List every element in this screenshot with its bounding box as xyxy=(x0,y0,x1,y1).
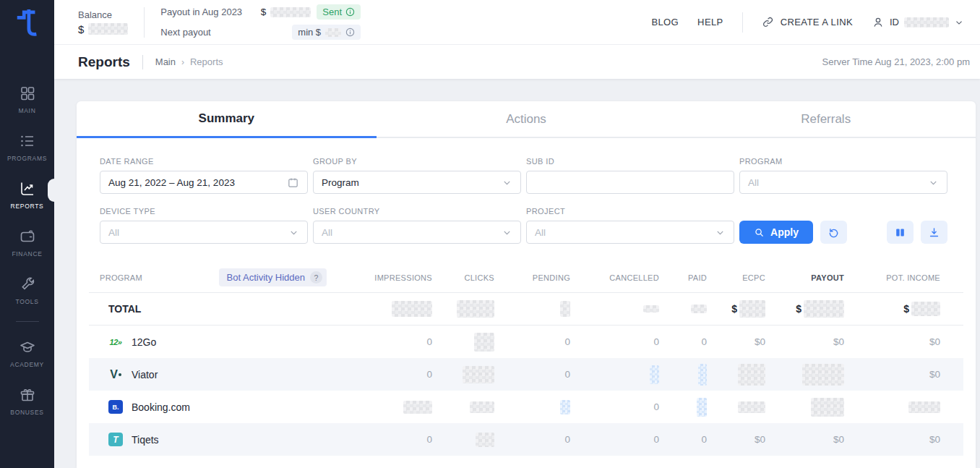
chevron-down-icon xyxy=(502,177,512,188)
chevron-down-icon xyxy=(954,17,964,27)
table-cell: $0 xyxy=(844,336,963,347)
table-cell: 0 xyxy=(570,434,659,445)
table-cell xyxy=(345,301,432,317)
redacted-value xyxy=(457,300,494,318)
sidebar: MAIN PROGRAMS REPORTS FINANCE TOOLS xyxy=(0,0,54,468)
sub-id-input[interactable] xyxy=(526,171,734,194)
create-link-label: CREATE A LINK xyxy=(781,17,853,27)
column-header: ECPC xyxy=(707,273,765,282)
table-row: B.Booking.com0 xyxy=(89,391,963,423)
tiqets-logo-icon: T xyxy=(108,433,123,446)
filters: DATE RANGE Aug 21, 2022 – Aug 21, 2023 G… xyxy=(77,138,976,260)
booking-logo-icon: B. xyxy=(108,400,123,414)
program-name[interactable]: Viator xyxy=(132,369,158,380)
report-table-body: 12»12Go0000$0$0$0VViator00$0B.Booking.co… xyxy=(89,326,963,456)
redacted-value xyxy=(474,333,494,352)
export-download-button[interactable] xyxy=(921,221,947,244)
apply-button[interactable]: Apply xyxy=(739,221,813,244)
redacted-value xyxy=(698,364,707,386)
device-type-select[interactable]: All xyxy=(100,221,308,244)
sidebar-item-finance[interactable]: FINANCE xyxy=(0,218,54,266)
sent-label: Sent xyxy=(322,7,342,17)
download-icon xyxy=(928,226,940,239)
viator-logo-icon: V xyxy=(108,368,123,381)
table-cell xyxy=(432,300,494,318)
date-range-input[interactable]: Aug 21, 2022 – Aug 21, 2023 xyxy=(100,171,308,194)
bot-activity-pill[interactable]: Bot Activity Hidden ? xyxy=(219,268,327,286)
table-cell xyxy=(570,305,659,312)
currency-symbol: $ xyxy=(903,303,909,315)
sidebar-item-label: PROGRAMS xyxy=(7,155,47,162)
sidebar-item-bonuses[interactable]: BONUSES xyxy=(0,377,54,425)
date-range-label: DATE RANGE xyxy=(100,157,308,166)
help-link[interactable]: HELP xyxy=(697,17,723,27)
sidebar-nav: MAIN PROGRAMS REPORTS FINANCE TOOLS xyxy=(0,75,54,425)
user-menu[interactable]: ID xyxy=(872,16,964,29)
wallet-icon xyxy=(19,228,36,245)
grid-icon xyxy=(19,85,36,102)
reset-filters-button[interactable] xyxy=(820,221,847,244)
column-header: POT. INCOME xyxy=(844,273,963,282)
project-field: PROJECT All xyxy=(526,207,734,244)
breadcrumb-main[interactable]: Main xyxy=(155,56,176,67)
program-cell: 12»12Go xyxy=(89,336,345,348)
currency-symbol: $ xyxy=(796,303,801,315)
list-icon xyxy=(19,132,36,150)
table-row: 12»12Go0000$0$0$0 xyxy=(89,326,963,358)
balance-block: Balance $ xyxy=(78,9,128,35)
payout-currency: $ xyxy=(261,7,267,17)
group-by-select[interactable]: Program xyxy=(313,171,521,194)
user-country-select[interactable]: All xyxy=(313,221,521,244)
table-cell xyxy=(432,366,494,383)
device-type-value: All xyxy=(108,227,119,238)
sidebar-item-tools[interactable]: TOOLS xyxy=(0,266,54,314)
sidebar-item-main[interactable]: MAIN xyxy=(0,75,54,123)
sidebar-item-academy[interactable]: ACADEMY xyxy=(0,329,54,377)
program-cell: TTiqets xyxy=(89,433,345,446)
column-header: PENDING xyxy=(494,273,570,282)
table-header-row: PROGRAM Bot Activity Hidden ? IMPRESSION… xyxy=(89,263,963,293)
tab-referrals[interactable]: Referrals xyxy=(676,101,976,138)
report-tabs: Summary Actions Referrals xyxy=(77,101,976,138)
payout-label: Payout in Aug 2023 xyxy=(160,7,242,17)
table-cell: $ xyxy=(707,300,765,318)
table-cell: $0 xyxy=(765,434,844,445)
sent-status-badge[interactable]: Sent xyxy=(317,4,361,20)
tab-actions[interactable]: Actions xyxy=(377,101,676,138)
group-by-value: Program xyxy=(322,177,359,188)
topbar-divider xyxy=(144,7,145,38)
redacted-value xyxy=(697,398,707,417)
user-country-label: USER COUNTRY xyxy=(313,207,521,216)
reset-icon xyxy=(828,226,840,239)
program-name[interactable]: Booking.com xyxy=(132,401,190,413)
topbar-divider xyxy=(742,12,743,33)
next-payout-min-badge[interactable]: min $ xyxy=(292,25,361,40)
redacted-balance xyxy=(88,23,128,35)
info-icon xyxy=(345,7,355,17)
program-name[interactable]: 12Go xyxy=(132,336,156,348)
project-select[interactable]: All xyxy=(526,221,734,244)
reports-card: Summary Actions Referrals DATE RANGE Aug… xyxy=(77,101,976,468)
program-select[interactable]: All xyxy=(739,171,947,194)
travelpayouts-logo[interactable] xyxy=(0,0,54,45)
blog-link[interactable]: BLOG xyxy=(651,17,679,27)
redacted-payout xyxy=(270,7,311,17)
sidebar-item-label: FINANCE xyxy=(12,250,42,258)
next-payout-label: Next payout xyxy=(160,27,242,38)
table-cell xyxy=(765,398,844,417)
columns-settings-button[interactable] xyxy=(887,221,914,244)
gift-icon xyxy=(19,386,36,404)
table-cell: 0 xyxy=(570,336,659,347)
date-range-field: DATE RANGE Aug 21, 2022 – Aug 21, 2023 xyxy=(100,157,308,194)
bot-activity-label: Bot Activity Hidden xyxy=(227,272,305,283)
program-name[interactable]: Tiqets xyxy=(132,434,159,446)
help-icon[interactable]: ? xyxy=(310,271,322,284)
create-link-button[interactable]: CREATE A LINK xyxy=(762,16,853,28)
table-cell: 0 xyxy=(659,434,707,445)
sidebar-item-programs[interactable]: PROGRAMS xyxy=(0,123,54,171)
redacted-user-id xyxy=(904,17,949,27)
table-cell: $0 xyxy=(844,369,963,380)
tab-summary[interactable]: Summary xyxy=(77,101,377,138)
project-value: All xyxy=(535,227,546,238)
sidebar-item-reports[interactable]: REPORTS xyxy=(0,171,54,218)
